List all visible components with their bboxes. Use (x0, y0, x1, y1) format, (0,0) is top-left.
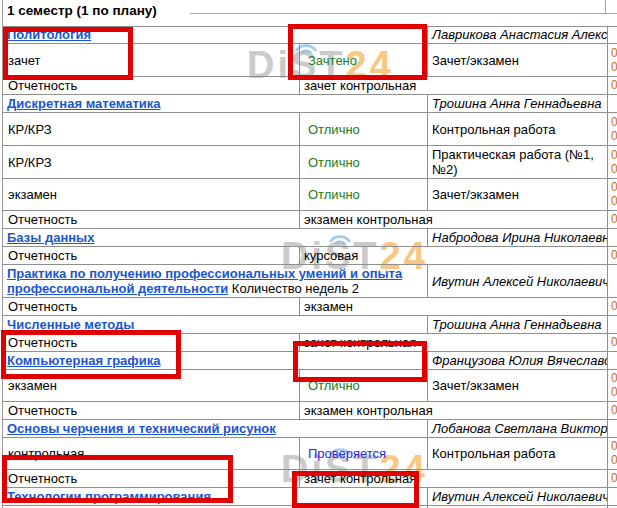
clipped-edge-text: 0 (611, 404, 617, 417)
report-value-cell: экзамен контрольная (299, 211, 607, 229)
report-label-cell: Отчетность (2, 298, 299, 316)
teacher-cell: Трошина Анна Геннадьевна (427, 95, 607, 113)
report-value-cell: курсовая (299, 247, 607, 265)
clipped-edge-text: 0 (611, 181, 617, 194)
clipped-edge-text: 0 (611, 195, 617, 208)
subject-link[interactable]: Базы данных (7, 230, 94, 245)
report-row: Отчетностьэкзамен контрольная0 (2, 211, 617, 229)
teacher-cell: Трошина Анна Геннадьевна (427, 316, 607, 334)
grade-row: экзаменОтличноЗачет/экзамен00 (2, 179, 617, 211)
work-type-cell: Контрольная работа (427, 113, 607, 146)
teacher-cell: Лобанова Светлана Викторо (427, 420, 607, 438)
subject-row: Основы черчения и технический рисунокЛоб… (2, 420, 617, 438)
clipped-edge-text: 0 (611, 372, 617, 385)
clipped-edge-text: 0 (611, 472, 617, 485)
grade-value: Отлично (308, 155, 360, 170)
edge-cell-clipped: 0 (607, 211, 617, 229)
edge-cell-clipped (607, 229, 617, 247)
teacher-cell: Французова Юлия Вячеславов (427, 352, 607, 370)
edge-cell-clipped (607, 352, 617, 370)
work-type-cell: Контрольная работа (427, 438, 607, 470)
edge-cell-clipped (607, 420, 617, 438)
subject-cell: Дискретная математика (2, 95, 427, 113)
grade-row: КР/КРЗОтличноПрактическая работа (№1, №2… (2, 146, 617, 179)
teacher-cell: Ивутин Алексей Николаевич (427, 488, 607, 506)
report-row: Отчетностькурсовая0 (2, 247, 617, 265)
grade-cell: Проверяется (299, 438, 427, 470)
edge-cell-clipped (607, 26, 617, 44)
gradebook-page: 1 семестр (1 по плану) DiST24DiST24DiST2… (0, 0, 617, 508)
subject-link[interactable]: Основы черчения и технический рисунок (7, 421, 276, 436)
report-value-cell: экзамен контрольная (299, 402, 607, 420)
control-type-cell: КР/КРЗ (2, 146, 299, 179)
grade-cell: Отлично (299, 146, 427, 179)
edge-cell-clipped: 0 (607, 402, 617, 420)
clipped-edge-text: 0 (611, 79, 617, 92)
subject-cell: Базы данных (2, 229, 427, 247)
subject-extra-text: Количество недель 2 (228, 281, 359, 296)
highlight-box-6 (292, 471, 419, 508)
report-row: Отчетностьэкзамен контрольная0 (2, 402, 617, 420)
edge-cell-clipped: 00 (607, 44, 617, 77)
highlight-box-1 (3, 27, 133, 80)
clipped-edge-text: 0 (611, 440, 617, 453)
gradebook-table: ПолитологияЛаврикова Анастасия Алексазач… (2, 26, 617, 508)
work-type-cell: Зачет/экзамен (427, 44, 607, 77)
subject-row: Практика по получению профессиональных у… (2, 265, 617, 298)
grade-row: КР/КРЗОтличноКонтрольная работа00 (2, 113, 617, 146)
subject-link[interactable]: Дискретная математика (7, 96, 161, 111)
previous-table-column-border (605, 0, 606, 13)
grade-cell: Отлично (299, 179, 427, 211)
teacher-cell: Ивутин Алексей Николаевич (427, 265, 607, 298)
clipped-edge-text: 0 (611, 249, 617, 262)
subject-cell: Основы черчения и технический рисунок (2, 420, 427, 438)
grade-value: Отлично (308, 187, 360, 202)
work-type-cell: Зачет/экзамен (427, 370, 607, 402)
edge-cell-clipped: 0 (607, 470, 617, 488)
gradebook-table-wrapper: ПолитологияЛаврикова Анастасия Алексазач… (2, 26, 617, 508)
edge-cell-clipped: 0 (607, 77, 617, 95)
edge-cell-clipped: 00 (607, 179, 617, 211)
clipped-edge-text: 0 (611, 116, 617, 129)
subject-cell: Практика по получению профессиональных у… (2, 265, 427, 298)
edge-cell-clipped: 0 (607, 247, 617, 265)
report-value-cell: экзамен (299, 298, 607, 316)
teacher-cell: Набродова Ирина Николаевна (427, 229, 607, 247)
grade-value: Отлично (308, 122, 360, 137)
work-type-cell: Практическая работа (№1, №2) (427, 146, 607, 179)
clipped-edge-text: 0 (611, 336, 617, 349)
control-type-cell: экзамен (2, 179, 299, 211)
edge-cell-clipped: 0 (607, 334, 617, 352)
edge-cell-clipped: 00 (607, 370, 617, 402)
work-type-cell: Зачет/экзамен (427, 179, 607, 211)
clipped-edge-text: 0 (611, 130, 617, 143)
edge-cell-clipped (607, 488, 617, 506)
highlight-box-3 (1, 330, 181, 379)
highlight-box-4 (293, 341, 427, 382)
edge-cell-clipped: 00 (607, 113, 617, 146)
report-label-cell: Отчетность (2, 402, 299, 420)
edge-cell-clipped (607, 95, 617, 113)
control-type-cell: КР/КРЗ (2, 113, 299, 146)
clipped-edge-text: 0 (611, 47, 617, 60)
edge-cell-clipped: 00 (607, 438, 617, 470)
subject-row: Дискретная математикаТрошина Анна Геннад… (2, 95, 617, 113)
highlight-box-2 (288, 24, 427, 80)
subject-row: Базы данныхНабродова Ирина Николаевна (2, 229, 617, 247)
clipped-edge-text: 0 (611, 163, 617, 176)
report-label-cell: Отчетность (2, 211, 299, 229)
edge-cell-clipped (607, 316, 617, 334)
edge-cell-clipped: 00 (607, 146, 617, 179)
teacher-cell: Лаврикова Анастасия Алекса (427, 26, 607, 44)
clipped-edge-text: 0 (611, 149, 617, 162)
clipped-edge-text: 0 (611, 386, 617, 399)
edge-cell-clipped: 0 (607, 298, 617, 316)
clipped-edge-text: 0 (611, 213, 617, 226)
previous-table-divider (190, 13, 617, 14)
clipped-edge-text: 0 (611, 454, 617, 467)
clipped-edge-text: 0 (611, 300, 617, 313)
edge-cell-clipped (607, 265, 617, 298)
report-row: Отчетностьэкзамен0 (2, 298, 617, 316)
report-label-cell: Отчетность (2, 247, 299, 265)
highlight-box-5 (2, 455, 233, 503)
